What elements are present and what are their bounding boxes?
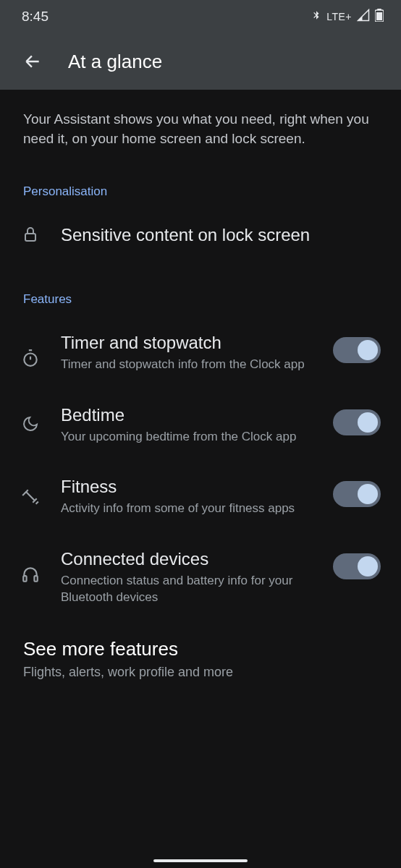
- fitness-subtitle: Activity info from some of your fitness …: [61, 501, 313, 517]
- svg-rect-3: [25, 234, 35, 241]
- svg-point-4: [24, 353, 36, 365]
- bedtime-row[interactable]: Bedtime Your upcoming bedtime from the C…: [20, 405, 381, 446]
- see-more-subtitle: Flights, alerts, work profile and more: [23, 665, 381, 680]
- fitness-row[interactable]: Fitness Activity info from some of your …: [20, 477, 381, 517]
- status-bar: 8:45 LTE+: [0, 0, 401, 33]
- fitness-title: Fitness: [61, 477, 313, 498]
- svg-rect-6: [34, 576, 37, 582]
- connected-subtitle: Connection status and battery info for y…: [61, 573, 313, 606]
- signal-icon: [357, 9, 370, 25]
- bluetooth-icon: [311, 9, 321, 25]
- timer-subtitle: Timer and stopwatch info from the Clock …: [61, 357, 313, 373]
- lock-icon: [22, 226, 39, 246]
- sensitive-content-title: Sensitive content on lock screen: [61, 225, 381, 246]
- svg-rect-2: [376, 12, 382, 20]
- connected-title: Connected devices: [61, 549, 313, 570]
- connected-devices-row[interactable]: Connected devices Connection status and …: [20, 549, 381, 606]
- see-more-title: See more features: [23, 638, 381, 660]
- bedtime-subtitle: Your upcoming bedtime from the Clock app: [61, 429, 313, 446]
- headphones-icon: [21, 565, 40, 587]
- home-indicator[interactable]: [153, 859, 248, 862]
- timer-row[interactable]: Timer and stopwatch Timer and stopwatch …: [20, 333, 381, 373]
- fitness-toggle[interactable]: [333, 481, 381, 507]
- status-icons: LTE+: [311, 9, 384, 25]
- sensitive-content-row[interactable]: Sensitive content on lock screen: [20, 225, 381, 246]
- timer-title: Timer and stopwatch: [61, 333, 313, 354]
- timer-toggle[interactable]: [333, 337, 381, 363]
- svg-rect-5: [23, 576, 26, 582]
- stopwatch-icon: [21, 349, 40, 370]
- app-bar: At a glance: [0, 33, 401, 90]
- network-label: LTE+: [326, 11, 352, 22]
- see-more-row[interactable]: See more features Flights, alerts, work …: [20, 638, 381, 680]
- bedtime-toggle[interactable]: [333, 409, 381, 435]
- page-description: Your Assistant shows you what you need, …: [20, 90, 381, 148]
- page-title: At a glance: [68, 51, 162, 73]
- battery-icon: [375, 9, 384, 25]
- section-features: Features: [20, 292, 381, 307]
- dumbbell-icon: [21, 487, 40, 509]
- status-time: 8:45: [22, 9, 48, 25]
- bedtime-title: Bedtime: [61, 405, 313, 426]
- back-button[interactable]: [23, 52, 42, 71]
- section-personalisation: Personalisation: [20, 184, 381, 199]
- moon-icon: [22, 415, 39, 435]
- connected-toggle[interactable]: [333, 553, 381, 579]
